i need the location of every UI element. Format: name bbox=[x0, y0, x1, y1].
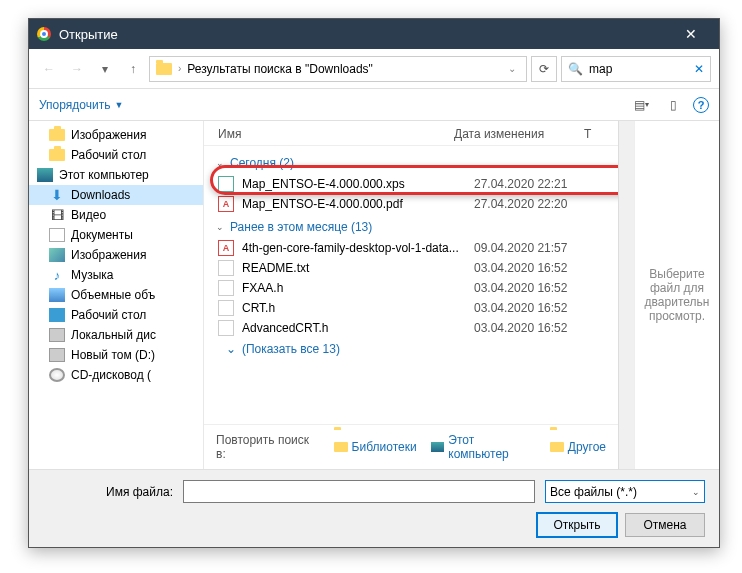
sidebar-item[interactable]: ⬇Downloads bbox=[29, 185, 203, 205]
folder-icon bbox=[49, 149, 65, 161]
file-date: 03.04.2020 16:52 bbox=[474, 301, 604, 315]
sidebar-item[interactable]: Изображения bbox=[29, 125, 203, 145]
sidebar-item-label: Локальный дис bbox=[71, 328, 156, 342]
disk-icon bbox=[49, 328, 65, 342]
refresh-button[interactable]: ⟳ bbox=[531, 56, 557, 82]
file-row[interactable]: FXAA.h03.04.2020 16:52 bbox=[212, 278, 610, 298]
folder-icon bbox=[49, 129, 65, 141]
scrollbar[interactable] bbox=[618, 121, 634, 469]
breadcrumb-label: Результаты поиска в "Downloads" bbox=[187, 62, 373, 76]
file-row[interactable]: AdvancedCRT.h03.04.2020 16:52 bbox=[212, 318, 610, 338]
mus-icon: ♪ bbox=[49, 268, 65, 282]
open-button[interactable]: Открыть bbox=[537, 513, 617, 537]
file-pane: Имя Дата изменения Т ⌄Сегодня (2)Map_ENT… bbox=[204, 121, 618, 469]
file-row[interactable]: README.txt03.04.2020 16:52 bbox=[212, 258, 610, 278]
file-row[interactable]: AMap_ENTSO-E-4.000.000.pdf27.04.2020 22:… bbox=[212, 194, 610, 214]
sidebar-item-label: Изображения bbox=[71, 248, 146, 262]
file-date: 03.04.2020 16:52 bbox=[474, 321, 604, 335]
col-date[interactable]: Дата изменения bbox=[454, 127, 584, 141]
breadcrumb-dropdown[interactable]: ⌄ bbox=[504, 63, 520, 74]
dl-icon: ⬇ bbox=[49, 188, 65, 202]
group-header[interactable]: ⌄Ранее в этом месяце (13) bbox=[212, 214, 610, 238]
toolbar: Упорядочить ▼ ▤▾ ▯ ? bbox=[29, 89, 719, 121]
view-options-button[interactable]: ▤▾ bbox=[629, 94, 653, 116]
help-button[interactable]: ? bbox=[693, 97, 709, 113]
cd-icon bbox=[49, 368, 65, 382]
search-input[interactable] bbox=[589, 62, 679, 76]
file-name: AdvancedCRT.h bbox=[242, 321, 466, 335]
filename-input[interactable] bbox=[183, 480, 535, 503]
file-name: CRT.h bbox=[242, 301, 466, 315]
chevron-down-icon: ▼ bbox=[114, 100, 123, 110]
sidebar-item[interactable]: Новый том (D:) bbox=[29, 345, 203, 365]
preview-text: Выберите файл для дварительн просмотр. bbox=[643, 267, 711, 323]
close-button[interactable]: ✕ bbox=[671, 26, 711, 42]
up-button[interactable]: ↑ bbox=[121, 57, 145, 81]
recent-dropdown[interactable]: ▾ bbox=[93, 57, 117, 81]
txt-file-icon bbox=[218, 300, 234, 316]
file-row[interactable]: CRT.h03.04.2020 16:52 bbox=[212, 298, 610, 318]
window-title: Открытие bbox=[59, 27, 671, 42]
footer: Имя файла: Все файлы (*.*) ⌄ Открыть Отм… bbox=[29, 469, 719, 547]
sidebar-item-label: Downloads bbox=[71, 188, 130, 202]
sidebar-item[interactable]: Рабочий стол bbox=[29, 305, 203, 325]
chevron-down-icon: ⌄ bbox=[216, 158, 224, 168]
back-button[interactable]: ← bbox=[37, 57, 61, 81]
file-date: 03.04.2020 16:52 bbox=[474, 261, 604, 275]
pdf-file-icon: A bbox=[218, 196, 234, 212]
file-row[interactable]: Map_ENTSO-E-4.000.000.xps27.04.2020 22:2… bbox=[212, 174, 610, 194]
file-name: Map_ENTSO-E-4.000.000.xps bbox=[242, 177, 466, 191]
sidebar-item[interactable]: Изображения bbox=[29, 245, 203, 265]
file-date: 27.04.2020 22:21 bbox=[474, 177, 604, 191]
sidebar-item[interactable]: Рабочий стол bbox=[29, 145, 203, 165]
sidebar-item[interactable]: Объемные объ bbox=[29, 285, 203, 305]
preview-pane-button[interactable]: ▯ bbox=[661, 94, 685, 116]
img-icon bbox=[49, 248, 65, 262]
folder-icon bbox=[156, 63, 172, 75]
clear-search-button[interactable]: ✕ bbox=[694, 62, 704, 76]
file-name: Map_ENTSO-E-4.000.000.pdf bbox=[242, 197, 466, 211]
file-name: FXAA.h bbox=[242, 281, 466, 295]
sidebar-item[interactable]: ♪Музыка bbox=[29, 265, 203, 285]
sidebar-item[interactable]: Локальный дис bbox=[29, 325, 203, 345]
sidebar-item-label: Новый том (D:) bbox=[71, 348, 155, 362]
search-libraries-link[interactable]: Библиотеки bbox=[334, 440, 417, 454]
pc-icon bbox=[37, 168, 53, 182]
sidebar-item[interactable]: Документы bbox=[29, 225, 203, 245]
file-row[interactable]: A4th-gen-core-family-desktop-vol-1-data.… bbox=[212, 238, 610, 258]
breadcrumb[interactable]: › Результаты поиска в "Downloads" ⌄ bbox=[149, 56, 527, 82]
search-icon: 🔍 bbox=[568, 62, 583, 76]
sidebar-item-label: Объемные объ bbox=[71, 288, 155, 302]
file-type-filter[interactable]: Все файлы (*.*) ⌄ bbox=[545, 480, 705, 503]
sidebar-item-label: CD-дисковод ( bbox=[71, 368, 151, 382]
search-box[interactable]: 🔍 ✕ bbox=[561, 56, 711, 82]
sidebar-item[interactable]: Этот компьютер bbox=[29, 165, 203, 185]
txt-file-icon bbox=[218, 280, 234, 296]
chevron-icon: › bbox=[178, 63, 181, 74]
vid-icon: 🎞 bbox=[49, 208, 65, 222]
show-all-link[interactable]: ⌄(Показать все 13) bbox=[212, 338, 610, 360]
sidebar-item-label: Видео bbox=[71, 208, 106, 222]
cancel-button[interactable]: Отмена bbox=[625, 513, 705, 537]
group-header[interactable]: ⌄Сегодня (2) bbox=[212, 150, 610, 174]
txt-file-icon bbox=[218, 260, 234, 276]
file-date: 09.04.2020 21:57 bbox=[474, 241, 604, 255]
repeat-search-label: Повторить поиск в: bbox=[216, 433, 320, 461]
search-pc-link[interactable]: Этот компьютер bbox=[431, 433, 536, 461]
organize-menu[interactable]: Упорядочить ▼ bbox=[39, 98, 123, 112]
col-name[interactable]: Имя bbox=[218, 127, 454, 141]
chevron-down-icon: ⌄ bbox=[226, 342, 236, 356]
sidebar-item-label: Рабочий стол bbox=[71, 148, 146, 162]
search-other-link[interactable]: Другое bbox=[550, 440, 606, 454]
desk-icon bbox=[49, 308, 65, 322]
pdf-file-icon: A bbox=[218, 240, 234, 256]
txt-file-icon bbox=[218, 320, 234, 336]
forward-button[interactable]: → bbox=[65, 57, 89, 81]
col-type[interactable]: Т bbox=[584, 127, 604, 141]
file-name: README.txt bbox=[242, 261, 466, 275]
file-date: 03.04.2020 16:52 bbox=[474, 281, 604, 295]
doc-icon bbox=[49, 228, 65, 242]
preview-pane: Выберите файл для дварительн просмотр. bbox=[634, 121, 719, 469]
sidebar-item[interactable]: 🎞Видео bbox=[29, 205, 203, 225]
sidebar-item[interactable]: CD-дисковод ( bbox=[29, 365, 203, 385]
